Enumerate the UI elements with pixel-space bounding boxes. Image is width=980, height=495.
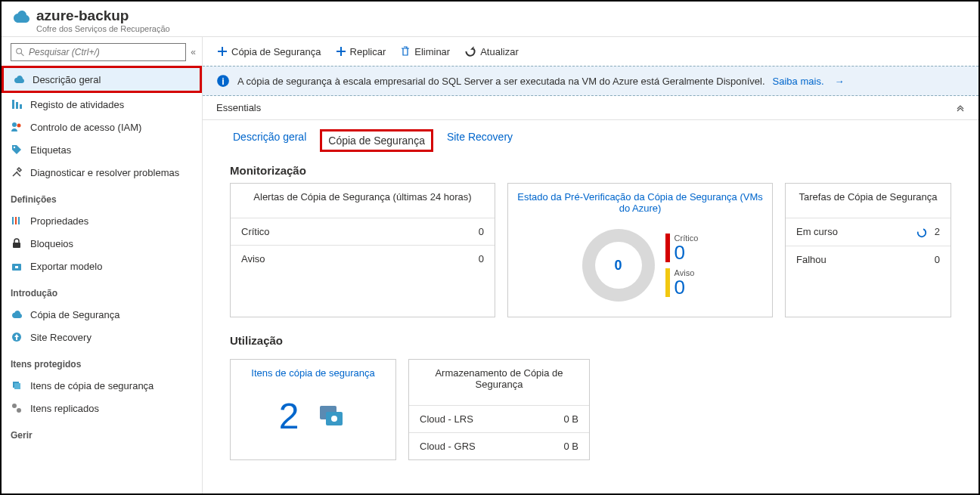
page-header: azure-backup Cofre dos Serviços de Recup… [2,2,978,37]
svg-rect-11 [13,243,20,248]
properties-icon [11,215,23,227]
people-icon [11,121,23,133]
table-row[interactable]: Falhou 0 [786,246,951,273]
alerts-card-title: Alertas de Cópia de Segurança (últimas 2… [231,184,495,210]
jobs-failed-value: 0 [882,246,951,273]
sidebar-item-locks[interactable]: Bloqueios [2,232,202,255]
banner-link[interactable]: Saiba mais. [773,76,824,87]
table-row[interactable]: Aviso0 [231,246,495,273]
backup-button[interactable]: Cópia de Segurança [216,45,321,57]
sidebar-item-label: Propriedades [30,215,88,227]
precheck-critical: Crítico 0 [665,234,699,262]
storage-lrs-label: Cloud - LRS [409,406,532,433]
sidebar-group-protected: Itens protegidos [2,348,202,374]
plus-icon [335,45,347,57]
svg-point-20 [918,228,926,237]
tab-overview[interactable]: Descrição geral [230,129,309,152]
svg-line-1 [21,53,23,55]
sidebar-item-iam[interactable]: Controlo de acesso (IAM) [2,116,202,138]
sidebar-item-label: Bloqueios [30,238,73,249]
cloud-icon [12,8,30,23]
sidebar-item-label: Etiquetas [30,144,71,156]
backup-items-icon [11,379,23,391]
chevron-down-icon [956,104,965,113]
precheck-critical-value: 0 [675,243,699,262]
essentials-toggle[interactable]: Essentials [203,96,978,120]
table-row[interactable]: Cloud - GRS0 B [409,433,589,460]
tab-site-recovery[interactable]: Site Recovery [444,129,516,152]
toolbar: Cópia de Segurança Replicar Eliminar Atu… [203,37,978,66]
refresh-button[interactable]: Atualizar [464,45,519,58]
svg-point-0 [17,48,22,54]
donut-value: 0 [615,258,622,274]
tools-icon [11,166,23,178]
banner-text: A cópia de segurança à escala empresaria… [237,76,765,87]
collapse-icon[interactable]: « [191,47,196,57]
info-icon: i [216,74,230,88]
svg-point-6 [17,124,21,128]
sidebar-item-label: Descrição geral [33,74,101,85]
backup-items-value: 2 [279,395,299,437]
table-row[interactable]: Cloud - LRS0 B [409,406,589,433]
plus-icon [216,45,228,57]
monitoring-title: Monitorização [230,164,951,177]
storage-lrs-value: 0 B [532,406,589,433]
sidebar-item-label: Controlo de acesso (IAM) [30,122,141,133]
search-input[interactable] [29,47,181,57]
page-subtitle: Cofre dos Serviços de Recuperação [36,24,968,33]
svg-rect-9 [15,217,17,224]
sidebar-item-overview[interactable]: Descrição geral [2,66,202,93]
sidebar-item-site-recovery[interactable]: Site Recovery [2,326,202,348]
delete-button[interactable]: Eliminar [399,45,450,57]
sidebar-item-export-template[interactable]: Exportar modelo [2,255,202,277]
info-banner[interactable]: i A cópia de segurança à escala empresar… [203,66,978,96]
sidebar-item-activity-log[interactable]: Registo de atividades [2,93,202,116]
sidebar-item-properties[interactable]: Propriedades [2,209,202,232]
cloud-icon [11,308,23,320]
sidebar-item-backup-items[interactable]: Itens de cópia de segurança [2,374,202,397]
backup-items-card-title[interactable]: Itens de cópia de segurança [231,360,395,386]
svg-rect-3 [16,102,18,109]
tab-backup[interactable]: Cópia de Segurança [320,129,433,152]
servers-icon [317,403,347,430]
alert-critical-label: Crítico [231,218,402,246]
sidebar-group-intro: Introdução [2,277,202,303]
svg-rect-8 [12,217,14,224]
svg-text:i: i [222,76,224,87]
alerts-card: Alertas de Cópia de Segurança (últimas 2… [230,183,495,317]
search-input-wrapper[interactable] [11,43,186,61]
usage-title: Utilização [230,334,951,347]
sidebar-item-label: Cópia de Segurança [30,309,120,320]
storage-card-title: Armazenamento de Cópia de Segurança [409,360,589,398]
table-row[interactable]: Em curso 2 [786,218,951,246]
alert-critical-value: 0 [402,218,495,246]
svg-rect-4 [20,104,22,109]
table-row[interactable]: Crítico0 [231,218,495,246]
tabs: Descrição geral Cópia de Segurança Site … [203,120,978,161]
sidebar-item-label: Diagnosticar e resolver problemas [30,167,179,178]
spinner-icon [916,227,927,238]
sidebar-item-label: Itens de cópia de segurança [30,380,154,391]
svg-rect-10 [18,217,20,224]
cloud-icon [13,73,25,85]
replicate-button[interactable]: Replicar [335,45,386,57]
storage-card: Armazenamento de Cópia de Segurança Clou… [408,359,590,460]
lock-icon [11,237,23,249]
backup-items-card: Itens de cópia de segurança 2 [230,359,396,460]
page-title: azure-backup [36,8,129,24]
sidebar-item-replicated-items[interactable]: Itens replicados [2,397,202,419]
btn-label: Eliminar [414,46,450,57]
search-icon [16,48,24,57]
sidebar: « Descrição geral Registo de atividades … [2,37,203,493]
sidebar-item-backup[interactable]: Cópia de Segurança [2,303,202,326]
precheck-card-title[interactable]: Estado da Pré-Verificação da Cópia de Se… [508,184,772,221]
storage-grs-label: Cloud - GRS [409,433,532,460]
alert-warning-label: Aviso [231,246,402,273]
sidebar-item-tags[interactable]: Etiquetas [2,138,202,161]
storage-grs-value: 0 B [532,433,589,460]
donut-chart: 0 [582,229,655,302]
sidebar-item-diagnose[interactable]: Diagnosticar e resolver problemas [2,161,202,184]
sidebar-item-label: Registo de atividades [30,99,124,110]
log-icon [11,98,23,110]
trash-icon [399,45,411,57]
